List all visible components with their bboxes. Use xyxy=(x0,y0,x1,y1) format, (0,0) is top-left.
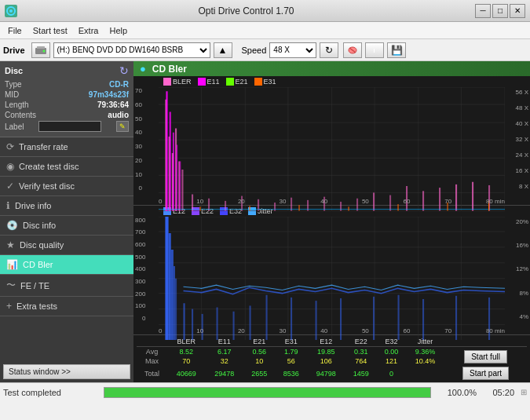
y-bot-500: 500 xyxy=(135,254,145,261)
x-bot-50: 50 xyxy=(362,327,369,334)
x-bot-40: 40 xyxy=(320,327,327,334)
menu-start-test[interactable]: Start test xyxy=(28,25,72,36)
status-window-button[interactable]: Status window >> xyxy=(3,364,130,379)
cd-bler-icon: 📊 xyxy=(6,259,18,270)
drive-select[interactable]: (H:) BENQ DVD DD DW1640 BSRB xyxy=(53,42,210,58)
sidebar-item-disc-quality-label: Disc quality xyxy=(20,240,64,250)
svg-rect-86 xyxy=(217,307,218,340)
avg-e11: 6.17 xyxy=(205,347,243,357)
chart-bottom: 800 700 600 500 400 300 200 100 0 xyxy=(133,217,530,334)
disc-refresh-icon[interactable]: ↻ xyxy=(119,64,129,77)
avg-bler: 8.52 xyxy=(167,347,205,357)
sidebar-item-create-test-disc[interactable]: ◉ Create test disc xyxy=(0,157,133,177)
close-button[interactable]: ✕ xyxy=(510,4,525,18)
sidebar-item-extra-tests[interactable]: + Extra tests xyxy=(0,297,133,316)
avg-label: Avg xyxy=(137,347,167,357)
x-top-0: 0 xyxy=(159,198,162,205)
legend-bler: BLER xyxy=(163,78,192,86)
max-e11: 32 xyxy=(205,356,243,366)
total-e22: 1459 xyxy=(345,366,378,381)
resize-handle[interactable]: ⊞ xyxy=(521,388,527,396)
menu-file[interactable]: File xyxy=(3,25,27,36)
sidebar-item-extra-tests-label: Extra tests xyxy=(16,301,57,311)
window-title: Opti Drive Control 1.70 xyxy=(17,5,475,16)
stats-table: BLER E11 E21 E31 E12 E22 E32 Jitter Avg xyxy=(137,337,527,381)
info-button[interactable]: i xyxy=(365,42,384,58)
sidebar-item-drive-info[interactable]: ℹ Drive info xyxy=(0,196,133,216)
main-area: Disc ↻ Type CD-R MID 97m34s23f Length 79… xyxy=(0,61,530,382)
avg-e31: 1.79 xyxy=(276,347,308,357)
disc-label-label: Label xyxy=(5,122,24,131)
total-e12: 94798 xyxy=(307,366,345,381)
maximize-button[interactable]: □ xyxy=(492,4,508,18)
max-e21: 10 xyxy=(243,356,276,366)
disc-length-value: 79:36:64 xyxy=(97,100,129,109)
svg-point-1 xyxy=(9,9,13,13)
svg-rect-78 xyxy=(165,217,168,341)
minimize-button[interactable]: ─ xyxy=(475,4,491,18)
menu-help[interactable]: Help xyxy=(104,25,132,36)
sidebar-item-transfer-rate-label: Transfer rate xyxy=(19,142,68,152)
y-bot-600: 600 xyxy=(135,241,145,248)
legend-e21-label: E21 xyxy=(236,78,248,86)
svg-rect-88 xyxy=(250,305,251,340)
svg-rect-30 xyxy=(181,170,183,211)
svg-text:i: i xyxy=(374,48,375,53)
stats-row-total: Total 40669 29478 2655 8536 94798 1459 0… xyxy=(137,366,527,381)
sidebar: Disc ↻ Type CD-R MID 97m34s23f Length 79… xyxy=(0,61,133,382)
legend-e11: E11 xyxy=(198,78,220,86)
y-bot-700: 700 xyxy=(135,228,145,236)
menu-extra[interactable]: Extra xyxy=(74,25,104,36)
total-bler: 40669 xyxy=(167,366,205,381)
x-bot-30: 30 xyxy=(280,327,287,334)
x-top-80: 80 min xyxy=(486,198,505,205)
sidebar-item-disc-info[interactable]: 💿 Disc info xyxy=(0,216,133,236)
drive-info-icon: ℹ xyxy=(6,200,10,211)
sidebar-item-fe-te-label: FE / TE xyxy=(20,281,49,290)
max-e32: 121 xyxy=(377,356,406,366)
x-top-10: 10 xyxy=(196,198,203,205)
sidebar-item-transfer-rate[interactable]: ⟳ Transfer rate xyxy=(0,137,133,157)
y-right-48x: 48 X xyxy=(516,104,528,111)
x-top-60: 60 xyxy=(404,198,411,205)
top-legend: BLER E11 E21 E31 xyxy=(133,76,530,87)
x-top-40: 40 xyxy=(320,198,327,205)
y-right-8pct: 8% xyxy=(516,290,528,297)
start-full-button[interactable]: Start full xyxy=(464,350,507,363)
disc-label-input[interactable] xyxy=(38,121,101,132)
y-top-10: 10 xyxy=(135,171,142,178)
save-button[interactable]: 💾 xyxy=(387,42,406,58)
sidebar-item-fe-te[interactable]: 〜 FE / TE xyxy=(0,275,133,297)
eject-button[interactable]: ▲ xyxy=(214,42,232,58)
svg-point-4 xyxy=(42,49,45,52)
svg-rect-51 xyxy=(170,112,171,211)
chart-header: ● CD Bler xyxy=(133,61,530,76)
sidebar-item-disc-quality[interactable]: ★ Disc quality xyxy=(0,236,133,255)
start-part-button[interactable]: Start part xyxy=(462,367,509,380)
y-bot-300: 300 xyxy=(135,278,145,285)
disc-label-edit-icon[interactable]: ✎ xyxy=(116,121,129,132)
avg-jitter: 9.36% xyxy=(406,347,444,357)
stats-area: BLER E11 E21 E31 E12 E22 E32 Jitter Avg xyxy=(133,334,530,382)
sidebar-item-cd-bler[interactable]: 📊 CD Bler xyxy=(0,255,133,275)
speed-select[interactable]: 48 X xyxy=(269,42,316,58)
erase-button[interactable] xyxy=(343,42,362,58)
y-bot-100: 100 xyxy=(135,302,145,309)
y-right-24x: 24 X xyxy=(516,152,528,159)
avg-e22: 0.31 xyxy=(345,347,378,357)
titlebar: Opti Drive Control 1.70 ─ □ ✕ xyxy=(0,0,530,22)
max-label: Max xyxy=(137,356,167,366)
speed-refresh-button[interactable]: ↻ xyxy=(320,42,338,58)
y-right-8x: 8 X xyxy=(516,183,528,190)
x-top-30: 30 xyxy=(280,198,287,205)
y-bot-800: 800 xyxy=(135,217,145,224)
max-e12: 106 xyxy=(307,356,345,366)
y-bot-0: 0 xyxy=(135,315,145,322)
sidebar-item-verify-test-disc[interactable]: ✓ Verify test disc xyxy=(0,177,133,196)
status-text: Test completed xyxy=(3,388,97,397)
x-top-20: 20 xyxy=(238,198,245,205)
x-bot-20: 20 xyxy=(238,327,245,334)
disc-mid-value: 97m34s23f xyxy=(89,90,129,99)
disc-mid-label: MID xyxy=(5,90,19,99)
legend-e21-color xyxy=(226,78,234,86)
